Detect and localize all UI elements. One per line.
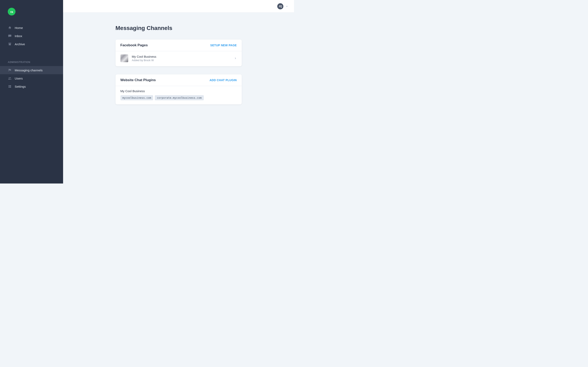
card-title: Website Chat Plugins bbox=[121, 78, 156, 82]
page-thumbnail bbox=[121, 54, 128, 62]
chat-plugins-card: Website Chat Plugins ADD CHAT PLUGIN My … bbox=[116, 75, 242, 104]
nav-label: Users bbox=[15, 77, 23, 80]
facebook-page-row[interactable]: My Cool Business Added by Brock W bbox=[121, 54, 237, 62]
nav-users[interactable]: Users bbox=[0, 74, 63, 82]
nav-settings[interactable]: Settings bbox=[0, 82, 63, 91]
setup-new-page-button[interactable]: SETUP NEW PAGE bbox=[210, 44, 237, 47]
home-icon bbox=[8, 26, 12, 30]
content: Messaging Channels Facebook Pages SETUP … bbox=[63, 13, 294, 184]
sidebar: ra Home Inbox Archive bbox=[0, 0, 63, 184]
plugin-name: My Cool Business bbox=[121, 89, 237, 93]
nav-label: Messaging channels bbox=[15, 68, 43, 72]
archive-icon bbox=[8, 42, 12, 46]
card-title: Facebook Pages bbox=[121, 43, 148, 47]
brand-logo[interactable]: ra bbox=[8, 8, 16, 16]
nav-primary: Home Inbox Archive bbox=[0, 22, 63, 50]
nav-admin: ADMINISTRATION Messaging channels Users … bbox=[0, 56, 63, 92]
facebook-pages-card: Facebook Pages SETUP NEW PAGE My Cool Bu… bbox=[116, 40, 242, 66]
main-area: JQ Messaging Channels Facebook Pages SET… bbox=[63, 0, 294, 184]
chat-icon bbox=[8, 34, 12, 38]
topbar: JQ bbox=[63, 0, 294, 13]
domain-pill[interactable]: corporate.mycoolbusiness.com bbox=[155, 95, 204, 100]
page-info: My Cool Business Added by Brock W bbox=[132, 55, 230, 62]
nav-label: Settings bbox=[15, 85, 26, 88]
domain-pill[interactable]: mycoolbusiness.com bbox=[121, 95, 153, 100]
flag-icon bbox=[8, 68, 12, 72]
nav-label: Inbox bbox=[15, 34, 22, 38]
page-title: Messaging Channels bbox=[116, 25, 242, 31]
user-avatar[interactable]: JQ bbox=[277, 3, 283, 9]
nav-archive[interactable]: Archive bbox=[0, 40, 63, 48]
chevron-right-icon bbox=[234, 57, 237, 60]
logo-wrap: ra bbox=[0, 0, 63, 22]
nav-inbox[interactable]: Inbox bbox=[0, 32, 63, 40]
page-added-by: Added by Brock W bbox=[132, 59, 230, 62]
add-chat-plugin-button[interactable]: ADD CHAT PLUGIN bbox=[209, 78, 237, 82]
nav-messaging-channels[interactable]: Messaging channels bbox=[0, 66, 63, 74]
nav-home[interactable]: Home bbox=[0, 24, 63, 32]
settings-icon bbox=[8, 84, 12, 89]
chevron-down-icon[interactable] bbox=[285, 5, 288, 8]
users-icon bbox=[8, 76, 12, 80]
nav-section-title: ADMINISTRATION bbox=[0, 58, 63, 66]
card-header: Website Chat Plugins ADD CHAT PLUGIN bbox=[116, 75, 242, 86]
nav-label: Home bbox=[15, 26, 23, 30]
nav-label: Archive bbox=[15, 42, 25, 46]
page-name: My Cool Business bbox=[132, 55, 230, 58]
card-header: Facebook Pages SETUP NEW PAGE bbox=[116, 40, 242, 51]
domain-pill-row: mycoolbusiness.com corporate.mycoolbusin… bbox=[121, 95, 237, 100]
